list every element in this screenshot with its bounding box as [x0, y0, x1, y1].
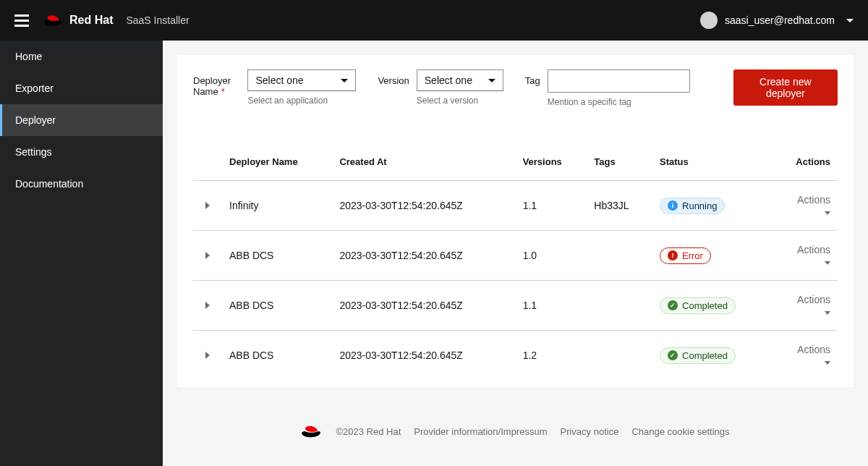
filter-version: Version Select one Select a version — [378, 69, 503, 106]
cell-status: !Error — [652, 231, 773, 281]
main-content: Deployer Name* Select one Select an appl… — [163, 41, 868, 466]
chevron-down-icon — [825, 261, 830, 265]
helper-text: Mention a specific tag — [548, 97, 690, 107]
sidebar-item-exporter[interactable]: Exporter — [0, 72, 163, 104]
cell-created-at: 2023-03-30T12:54:20.645Z — [332, 181, 515, 231]
filter-label: Tag — [525, 69, 540, 107]
helper-text: Select an application — [247, 96, 356, 106]
select-value: Select one — [425, 75, 472, 86]
column-header: Created At — [332, 143, 515, 181]
status-icon: ✓ — [668, 300, 678, 310]
row-actions-menu[interactable]: Actions — [773, 181, 838, 231]
row-actions-menu[interactable]: Actions — [773, 331, 838, 381]
content-panel: Deployer Name* Select one Select an appl… — [177, 55, 854, 387]
filter-tag: Tag Mention a specific tag — [525, 69, 690, 107]
tag-input[interactable] — [548, 69, 690, 93]
redhat-hat-icon — [43, 13, 64, 27]
chevron-right-icon — [205, 352, 210, 359]
hamburger-menu-icon[interactable] — [14, 14, 29, 27]
sidebar-item-home[interactable]: Home — [0, 41, 163, 72]
chevron-down-icon — [846, 19, 854, 22]
chevron-right-icon — [205, 202, 210, 209]
status-icon: ! — [668, 250, 678, 260]
column-header: Deployer Name — [222, 143, 332, 181]
cell-versions: 1.2 — [516, 331, 587, 381]
create-deployer-button[interactable]: Create new deployer — [733, 69, 838, 106]
status-badge: ✓Completed — [660, 297, 736, 314]
status-badge: iRunning — [660, 198, 725, 214]
chevron-right-icon — [205, 302, 210, 309]
column-header: Versions — [516, 143, 587, 181]
chevron-down-icon — [488, 79, 495, 82]
cell-versions: 1.1 — [516, 181, 587, 231]
filter-row: Deployer Name* Select one Select an appl… — [193, 69, 838, 107]
chevron-down-icon — [825, 311, 830, 315]
global-header: Red Hat SaaS Installer saasi_user@redhat… — [0, 0, 868, 41]
expand-toggle[interactable] — [193, 331, 222, 381]
expand-toggle[interactable] — [193, 181, 222, 231]
chevron-down-icon — [825, 361, 830, 365]
sidebar-item-settings[interactable]: Settings — [0, 136, 163, 168]
chevron-down-icon — [341, 79, 348, 82]
status-badge: ✓Completed — [660, 347, 736, 364]
version-select[interactable]: Select one — [417, 69, 503, 91]
page-footer: ©2023 Red Hat Provider information/Impre… — [163, 402, 868, 461]
status-icon: ✓ — [668, 350, 678, 360]
brand-logo[interactable]: Red Hat — [43, 13, 113, 27]
avatar-icon — [700, 12, 718, 29]
sidebar-item-label: Deployer — [15, 114, 56, 126]
cell-created-at: 2023-03-30T12:54:20.645Z — [332, 231, 515, 281]
cell-deployer-name: Infinity — [222, 181, 332, 231]
sidebar-item-label: Home — [15, 51, 42, 62]
cell-tags — [587, 231, 652, 281]
sidebar-item-label: Documentation — [15, 178, 83, 190]
cell-tags — [587, 331, 652, 381]
row-actions-menu[interactable]: Actions — [773, 281, 838, 331]
redhat-hat-icon — [301, 423, 323, 439]
footer-link[interactable]: Provider information/Impressum — [414, 426, 547, 437]
chevron-right-icon — [205, 252, 210, 259]
cell-created-at: 2023-03-30T12:54:20.645Z — [332, 331, 515, 381]
sidebar-item-label: Settings — [15, 146, 52, 158]
table-row: ABB DCS2023-03-30T12:54:20.645Z1.0!Error… — [193, 231, 838, 281]
select-value: Select one — [255, 75, 303, 86]
column-header: Status — [652, 143, 773, 181]
cell-deployer-name: ABB DCS — [222, 331, 332, 381]
cell-deployer-name: ABB DCS — [222, 231, 332, 281]
cell-status: iRunning — [652, 181, 773, 231]
helper-text: Select a version — [417, 96, 503, 106]
row-actions-menu[interactable]: Actions — [773, 231, 838, 281]
user-menu[interactable]: saasi_user@redhat.com — [700, 12, 854, 29]
column-header: Actions — [773, 143, 838, 181]
status-icon: i — [668, 200, 678, 211]
cell-status: ✓Completed — [652, 281, 773, 331]
filter-deployer-name: Deployer Name* Select one Select an appl… — [193, 69, 356, 106]
status-badge: !Error — [660, 247, 711, 264]
cell-created-at: 2023-03-30T12:54:20.645Z — [332, 281, 515, 331]
cell-deployer-name: ABB DCS — [222, 281, 332, 331]
sidebar-item-label: Exporter — [15, 82, 54, 94]
expand-toggle[interactable] — [193, 281, 222, 331]
sidebar-item-documentation[interactable]: Documentation — [0, 168, 163, 200]
cell-status: ✓Completed — [652, 331, 773, 381]
deployer-name-select[interactable]: Select one — [247, 69, 356, 91]
cell-versions: 1.1 — [516, 281, 587, 331]
sidebar-item-deployer[interactable]: Deployer — [0, 104, 163, 136]
cell-tags — [587, 281, 652, 331]
footer-link[interactable]: Privacy notice — [560, 426, 618, 437]
sidebar: Home Exporter Deployer Settings Document… — [0, 41, 163, 466]
column-header: Tags — [587, 143, 652, 181]
cell-tags: Hb33JL — [587, 181, 652, 231]
cell-versions: 1.0 — [516, 231, 587, 281]
expand-toggle[interactable] — [193, 231, 222, 281]
filter-label: Deployer Name* — [193, 69, 240, 106]
filter-label: Version — [378, 69, 409, 106]
table-row: Infinity2023-03-30T12:54:20.645Z1.1Hb33J… — [193, 181, 838, 231]
app-title: SaaS Installer — [126, 14, 189, 26]
footer-link[interactable]: Change cookie settings — [631, 426, 729, 437]
copyright: ©2023 Red Hat — [336, 426, 401, 437]
deployers-table: Deployer Name Created At Versions Tags S… — [193, 143, 838, 380]
chevron-down-icon — [825, 211, 830, 215]
user-email: saasi_user@redhat.com — [725, 14, 835, 26]
table-row: ABB DCS2023-03-30T12:54:20.645Z1.1✓Compl… — [193, 281, 838, 331]
